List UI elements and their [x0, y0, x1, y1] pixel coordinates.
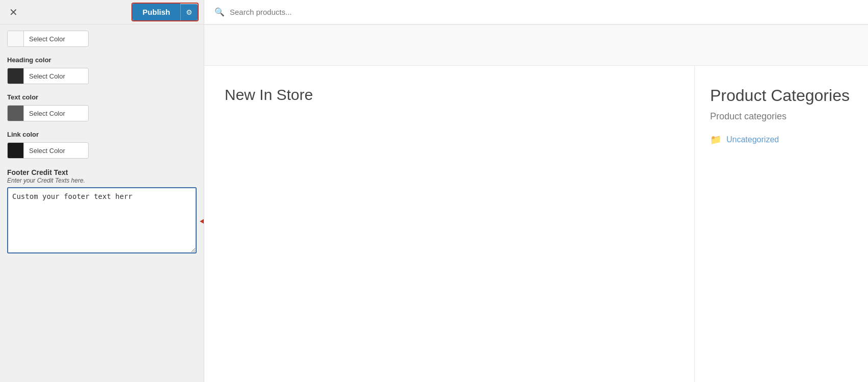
right-content: New In Store Product Categories Product … — [204, 66, 868, 382]
textarea-wrapper — [7, 187, 197, 256]
color-btn-label-1: Select Color — [24, 35, 70, 43]
select-color-btn-link[interactable]: Select Color — [7, 142, 89, 159]
color-btn-label-heading: Select Color — [24, 72, 70, 80]
main-content-area: New In Store — [204, 66, 695, 382]
search-input[interactable] — [230, 8, 858, 16]
text-color-label: Text color — [7, 93, 197, 101]
right-panel: 🔍 New In Store Product Categories Produc… — [204, 0, 868, 382]
top-bar: ✕ Publish ⚙ — [0, 0, 204, 24]
select-color-btn-1[interactable]: Select Color — [7, 31, 89, 47]
color-swatch-link — [8, 142, 24, 159]
arrow-annotation — [200, 217, 204, 225]
footer-credit-section: Footer Credit Text Enter your Credit Tex… — [7, 168, 197, 256]
close-button[interactable]: ✕ — [5, 4, 22, 20]
search-icon: 🔍 — [214, 7, 225, 17]
folder-icon: 📁 — [710, 134, 721, 145]
color-section-1: Select Color — [7, 31, 197, 47]
store-title: New In Store — [225, 86, 674, 104]
header-image-area — [204, 25, 868, 66]
link-color-label: Link color — [7, 131, 197, 138]
footer-credit-hint: Enter your Credit Texts here. — [7, 177, 197, 184]
color-section-link: Link color Select Color — [7, 131, 197, 159]
settings-button[interactable]: ⚙ — [180, 4, 198, 20]
color-swatch-heading — [8, 68, 24, 84]
color-section-text: Text color Select Color — [7, 93, 197, 121]
category-link[interactable]: Uncategorized — [726, 135, 779, 144]
sidebar-title: Product Categories — [710, 86, 853, 105]
arrow-head — [200, 217, 204, 225]
left-panel: ✕ Publish ⚙ Select Color Heading color S… — [0, 0, 204, 382]
select-color-btn-text[interactable]: Select Color — [7, 105, 89, 121]
color-swatch-1 — [8, 31, 24, 47]
panel-scroll: Select Color Heading color Select Color … — [0, 24, 204, 382]
footer-credit-label: Footer Credit Text — [7, 168, 68, 176]
color-btn-label-text: Select Color — [24, 110, 70, 117]
category-item: 📁 Uncategorized — [710, 134, 853, 145]
heading-color-label: Heading color — [7, 56, 197, 64]
color-btn-label-link: Select Color — [24, 147, 70, 155]
footer-textarea[interactable] — [7, 187, 197, 253]
publish-area: Publish ⚙ — [131, 3, 199, 21]
color-section-heading: Heading color Select Color — [7, 56, 197, 84]
sidebar-subtitle: Product categories — [710, 111, 853, 122]
color-swatch-text — [8, 105, 24, 121]
search-bar: 🔍 — [204, 0, 868, 24]
sidebar-content: Product Categories Product categories 📁 … — [695, 66, 868, 382]
publish-button[interactable]: Publish — [132, 4, 180, 20]
select-color-btn-heading[interactable]: Select Color — [7, 68, 89, 84]
